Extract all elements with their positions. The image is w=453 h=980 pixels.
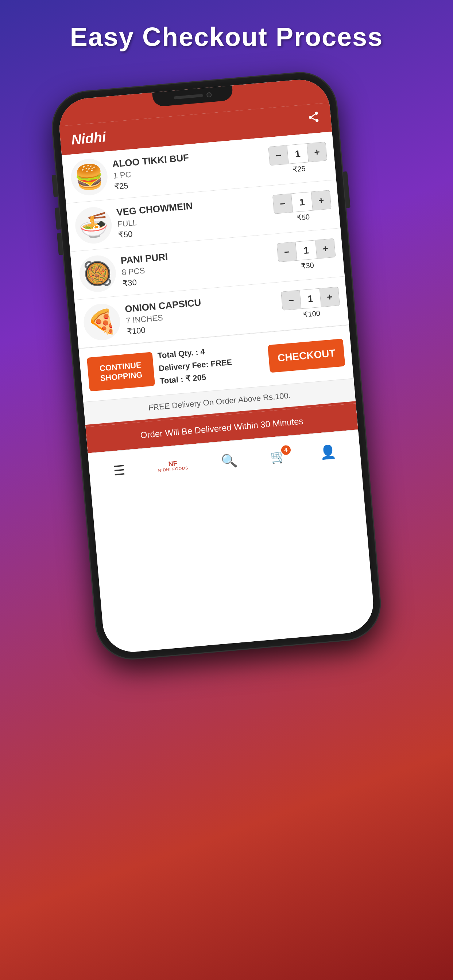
camera [206,92,212,98]
qty-increase-2[interactable]: + [311,190,331,210]
page-title: Easy Checkout Process [70,22,383,52]
qty-total-3: ₹30 [301,261,314,270]
qty-value-4: 1 [300,289,321,309]
svg-line-3 [312,118,316,120]
qty-control-2: − 1 + ₹50 [273,190,332,224]
qty-control-1: − 1 + ₹25 [268,142,328,176]
notch [152,86,233,107]
qty-buttons-2: − 1 + [273,190,332,214]
checkout-button[interactable]: CHECKOUT [268,338,345,372]
logo-icon: NF [168,460,177,468]
item-details-4: ONION CAPSICU 7 INCHES ₹100 [124,290,278,337]
speaker [174,94,203,100]
qty-buttons-3: − 1 + [276,239,335,262]
qty-buttons-1: − 1 + [268,142,327,166]
item-details-1: ALOO TIKKI BUF 1 PC ₹25 [112,145,265,191]
item-details-3: PANI PURI 8 PCS ₹30 [120,242,274,288]
qty-decrease-1[interactable]: − [268,145,288,165]
qty-value-3: 1 [295,240,317,260]
menu-icon: ☰ [113,462,126,479]
app-logo: Nidhi [71,129,107,148]
phone-mockup: Nidhi 🍔 [50,70,404,894]
qty-decrease-3[interactable]: − [277,242,297,262]
nav-profile[interactable]: 👤 [319,444,337,461]
qty-decrease-2[interactable]: − [273,194,292,214]
svg-line-4 [311,114,315,116]
qty-control-4: − 1 + ₹100 [281,286,341,320]
nav-search[interactable]: 🔍 [220,452,238,469]
continue-shopping-button[interactable]: CONTINUE SHOPPING [87,352,155,391]
svg-point-2 [315,119,318,122]
cart-content: 🍔 ALOO TIKKI BUF 1 PC ₹25 − 1 + ₹25 [62,132,376,654]
search-icon: 🔍 [220,452,238,469]
qty-value-2: 1 [291,192,313,212]
order-summary: Total Qty. : 4 Delivery Fee: FREE Total … [157,340,266,388]
profile-icon: 👤 [319,444,337,461]
qty-total-4: ₹100 [303,309,321,319]
nav-logo[interactable]: NF NIDHI FOODS [158,459,188,473]
qty-decrease-4[interactable]: − [281,291,301,310]
item-image-4: 🍕 [82,302,121,342]
qty-increase-4[interactable]: + [320,287,340,307]
phone-shell: Nidhi 🍔 [50,70,383,661]
phone-screen: Nidhi 🍔 [57,77,376,654]
qty-buttons-4: − 1 + [281,286,340,310]
nav-cart[interactable]: 🛒 4 [270,448,287,465]
share-icon[interactable] [307,110,321,127]
item-image-2: 🍜 [74,205,113,245]
qty-value-1: 1 [287,144,309,164]
item-details-2: VEG CHOWMEIN FULL ₹50 [116,194,269,240]
nav-menu[interactable]: ☰ [113,462,126,479]
item-image-1: 🍔 [70,157,109,197]
qty-total-1: ₹25 [292,164,306,174]
item-image-3: 🥘 [78,254,118,293]
qty-control-3: − 1 + ₹30 [276,239,336,272]
qty-increase-3[interactable]: + [316,239,335,258]
qty-increase-1[interactable]: + [307,142,327,162]
qty-total-2: ₹50 [297,212,310,222]
logo-subtitle: NIDHI FOODS [158,466,188,473]
